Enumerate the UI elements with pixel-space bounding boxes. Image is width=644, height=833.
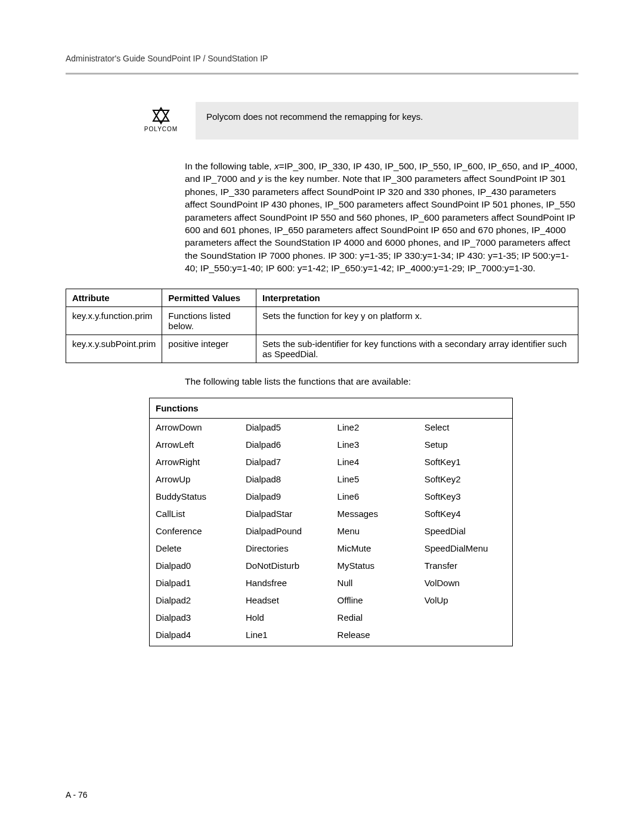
func-cell: Line1: [240, 626, 332, 646]
var-y: y: [258, 174, 262, 184]
cell-perm: positive integer: [162, 335, 256, 363]
hexagram-icon: [151, 107, 171, 125]
func-cell: Line4: [332, 453, 419, 470]
functions-intro: The following table lists the functions …: [185, 376, 578, 387]
func-cell: [419, 609, 513, 626]
func-cell: Messages: [332, 505, 419, 522]
func-cell: Offline: [332, 592, 419, 609]
table-row: key.x.y.function.prim Functions listed b…: [66, 307, 578, 335]
var-x: x: [274, 161, 279, 171]
func-cell: Menu: [332, 522, 419, 540]
func-cell: SoftKey1: [419, 453, 513, 470]
note-text: Polycom does not recommend the remapping…: [196, 102, 578, 140]
func-cell: SpeedDial: [419, 522, 513, 540]
cell-interp: Sets the function for key y on platform …: [256, 307, 578, 335]
func-cell: ArrowUp: [150, 470, 240, 488]
func-cell: ArrowLeft: [150, 436, 240, 453]
func-cell: Release: [332, 626, 419, 646]
func-cell: Dialpad7: [240, 453, 332, 470]
func-cell: SoftKey4: [419, 505, 513, 522]
th-attribute: Attribute: [66, 289, 162, 307]
document-page: Administrator's Guide SoundPoint IP / So…: [0, 0, 644, 833]
table-row: ArrowLeftDialpad6Line3Setup: [150, 436, 513, 453]
func-cell: ArrowRight: [150, 453, 240, 470]
cell-interp: Sets the sub-identifier for key function…: [256, 335, 578, 363]
cell-attr: key.x.y.subPoint.prim: [66, 335, 162, 363]
table-row: Dialpad2HeadsetOfflineVolUp: [150, 592, 513, 609]
func-cell: Dialpad8: [240, 470, 332, 488]
th-interpretation: Interpretation: [256, 289, 578, 307]
func-cell: Dialpad1: [150, 574, 240, 592]
func-cell: VolDown: [419, 574, 513, 592]
func-cell: Select: [419, 419, 513, 436]
page-number: A - 76: [66, 790, 88, 800]
func-cell: MyStatus: [332, 557, 419, 574]
cell-attr: key.x.y.function.prim: [66, 307, 162, 335]
func-cell: BuddyStatus: [150, 488, 240, 505]
table-row: ArrowDownDialpad5Line2Select: [150, 419, 513, 436]
polycom-logo: POLYCOM: [143, 107, 179, 132]
th-permitted: Permitted Values: [162, 289, 256, 307]
func-header: Functions: [150, 398, 513, 419]
func-cell: Dialpad2: [150, 592, 240, 609]
page-header-title: Administrator's Guide SoundPoint IP / So…: [66, 54, 578, 63]
func-cell: VolUp: [419, 592, 513, 609]
func-cell: [419, 626, 513, 646]
func-cell: Line3: [332, 436, 419, 453]
func-cell: CallList: [150, 505, 240, 522]
func-cell: Line2: [332, 419, 419, 436]
func-cell: Redial: [332, 609, 419, 626]
func-cell: SpeedDialMenu: [419, 540, 513, 557]
func-cell: ArrowDown: [150, 419, 240, 436]
func-cell: MicMute: [332, 540, 419, 557]
table-row: Dialpad4Line1Release: [150, 626, 513, 646]
func-header-row: Functions: [150, 398, 513, 419]
func-cell: Dialpad6: [240, 436, 332, 453]
table-row: ConferenceDialpadPoundMenuSpeedDial: [150, 522, 513, 540]
func-cell: DialpadPound: [240, 522, 332, 540]
table-row: Dialpad1HandsfreeNullVolDown: [150, 574, 513, 592]
table-row: BuddyStatusDialpad9Line6SoftKey3: [150, 488, 513, 505]
func-cell: Delete: [150, 540, 240, 557]
func-cell: Directories: [240, 540, 332, 557]
func-cell: Dialpad5: [240, 419, 332, 436]
func-cell: DoNotDisturb: [240, 557, 332, 574]
header-divider: [66, 73, 578, 75]
func-cell: Line5: [332, 470, 419, 488]
cell-perm: Functions listed below.: [162, 307, 256, 335]
func-cell: Conference: [150, 522, 240, 540]
func-cell: Handsfree: [240, 574, 332, 592]
attribute-table: Attribute Permitted Values Interpretatio…: [66, 289, 578, 363]
table-header-row: Attribute Permitted Values Interpretatio…: [66, 289, 578, 307]
table-row: CallListDialpadStarMessagesSoftKey4: [150, 505, 513, 522]
func-cell: Headset: [240, 592, 332, 609]
polycom-logo-caption: POLYCOM: [143, 126, 179, 132]
body-rest: is the key number. Note that IP_300 para…: [185, 174, 575, 260]
func-cell: Hold: [240, 609, 332, 626]
func-cell: Dialpad4: [150, 626, 240, 646]
func-cell: Dialpad0: [150, 557, 240, 574]
table-row: key.x.y.subPoint.prim positive integer S…: [66, 335, 578, 363]
func-cell: Transfer: [419, 557, 513, 574]
func-cell: SoftKey2: [419, 470, 513, 488]
note-row: POLYCOM Polycom does not recommend the r…: [143, 102, 578, 140]
table-row: Dialpad3HoldRedial: [150, 609, 513, 626]
func-cell: Dialpad3: [150, 609, 240, 626]
body-pre: In the following table,: [185, 161, 274, 171]
func-cell: Null: [332, 574, 419, 592]
func-cell: Setup: [419, 436, 513, 453]
func-cell: Dialpad9: [240, 488, 332, 505]
table-row: Dialpad0DoNotDisturbMyStatusTransfer: [150, 557, 513, 574]
table-row: ArrowUpDialpad8Line5SoftKey2: [150, 470, 513, 488]
body-paragraph: In the following table, x=IP_300, IP_330…: [185, 160, 578, 274]
func-cell: DialpadStar: [240, 505, 332, 522]
func-cell: Line6: [332, 488, 419, 505]
table-row: ArrowRightDialpad7Line4SoftKey1: [150, 453, 513, 470]
table-row: DeleteDirectoriesMicMuteSpeedDialMenu: [150, 540, 513, 557]
functions-table: Functions ArrowDownDialpad5Line2SelectAr…: [149, 398, 513, 646]
func-cell: SoftKey3: [419, 488, 513, 505]
